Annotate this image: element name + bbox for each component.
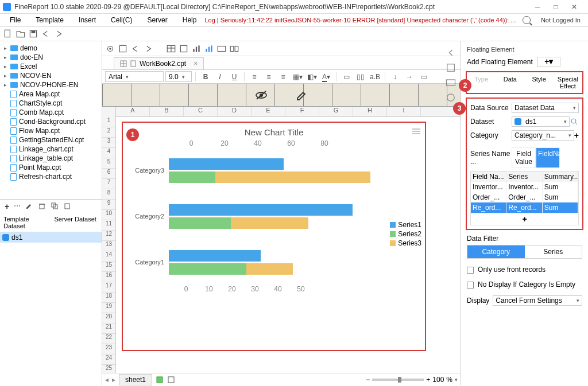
chart-element[interactable]: New Chart Title 020406080 Category3 Cate…: [122, 122, 426, 351]
next-sheet-icon[interactable]: ▸: [112, 376, 115, 384]
redo-icon[interactable]: [143, 44, 153, 54]
menu-cell[interactable]: Cell(C): [104, 15, 139, 25]
add-series-button[interactable]: +: [471, 213, 578, 225]
new-icon[interactable]: [3, 29, 13, 39]
row-header[interactable]: 13: [102, 241, 115, 251]
filter-series-tab[interactable]: Series: [525, 245, 582, 258]
login-status[interactable]: Not Logged In: [536, 17, 585, 24]
copy-dataset-icon[interactable]: [51, 202, 59, 210]
series-row[interactable]: Re_ord...Re_ord...Sum: [471, 202, 578, 213]
row-header[interactable]: 9: [102, 200, 115, 210]
tree-file[interactable]: Refresh-chart.cpt: [1, 172, 100, 181]
row-header[interactable]: 24: [102, 354, 115, 365]
series-field-value-option[interactable]: Field Value: [512, 147, 536, 168]
data-source-combo[interactable]: Dataset Data▾: [512, 103, 579, 113]
open-icon[interactable]: [16, 29, 26, 39]
freeze-icon[interactable]: [156, 376, 164, 384]
align-right-icon[interactable]: ≡: [277, 73, 289, 81]
row-header[interactable]: 22: [102, 334, 115, 344]
col-header[interactable]: H: [353, 107, 387, 116]
row-header[interactable]: 20: [102, 313, 115, 323]
tree-file[interactable]: Cond-Background.cpt: [1, 117, 100, 126]
save-icon[interactable]: [28, 29, 38, 39]
align-left-icon[interactable]: ≡: [248, 73, 261, 81]
delete-dataset-icon[interactable]: [38, 202, 46, 210]
tree-folder[interactable]: ▸NCOV-EN: [1, 71, 100, 80]
tree-folder[interactable]: ▸demo: [1, 44, 100, 53]
fill-color-icon[interactable]: ◧▾: [305, 73, 318, 81]
front-records-checkbox[interactable]: [467, 267, 474, 274]
row-header[interactable]: 3: [102, 138, 115, 148]
edit-dataset-icon[interactable]: [25, 202, 33, 210]
subreport-icon[interactable]: [179, 44, 189, 54]
col-header[interactable]: I: [387, 107, 421, 116]
merge-icon[interactable]: ▭: [340, 73, 353, 81]
menu-insert[interactable]: Insert: [72, 15, 103, 25]
font-size-combo[interactable]: 9.0▾: [165, 71, 192, 82]
prev-sheet-icon[interactable]: ◂: [105, 376, 109, 384]
italic-icon[interactable]: I: [214, 73, 226, 81]
col-header[interactable]: D: [218, 107, 252, 116]
maximize-icon[interactable]: □: [551, 3, 561, 11]
redo-icon[interactable]: [53, 29, 64, 39]
col-header[interactable]: E: [252, 107, 285, 116]
row-header[interactable]: 25: [102, 365, 115, 373]
tree-folder[interactable]: ▸NCOV-PHONE-EN: [1, 80, 100, 89]
cell-prop-icon[interactable]: [445, 77, 457, 88]
border-icon[interactable]: ▦▾: [291, 73, 304, 81]
tree-file[interactable]: Linkage_chart.cpt: [1, 145, 100, 154]
menu-template[interactable]: Template: [29, 15, 71, 25]
row-header[interactable]: 12: [102, 231, 115, 241]
row-headers[interactable]: 1234567891011121314151617181920212223242…: [102, 107, 116, 373]
row-header[interactable]: 7: [102, 179, 115, 189]
unmerge-icon[interactable]: ▯▯: [354, 73, 367, 81]
row-header[interactable]: 16: [102, 272, 115, 282]
file-tree[interactable]: ▸demo▸doc-EN▸Excel▸NCOV-EN▸NCOV-PHONE-EN…: [0, 41, 102, 199]
save-icon[interactable]: [118, 44, 128, 54]
expand-down-icon[interactable]: ↓: [389, 73, 401, 81]
tree-file[interactable]: Point Map.cpt: [1, 163, 100, 172]
zoom-in-icon[interactable]: +: [426, 376, 430, 384]
sheet-tab[interactable]: sheet1: [119, 374, 152, 385]
minimize-icon[interactable]: ─: [532, 3, 543, 11]
preview-icon[interactable]: [105, 44, 115, 54]
row-header[interactable]: 2: [102, 127, 115, 138]
category-combo[interactable]: Category_n...▾: [512, 130, 574, 141]
cond-icon[interactable]: [445, 92, 457, 103]
merge-icon[interactable]: [216, 44, 227, 54]
visibility-off-icon[interactable]: [253, 88, 270, 102]
dataset-row[interactable]: ds1: [0, 232, 102, 243]
row-header[interactable]: 14: [102, 251, 115, 262]
tree-file[interactable]: Linkage_table.cpt: [1, 154, 100, 163]
zoom-dropdown-icon[interactable]: ▾: [455, 377, 458, 383]
search-icon[interactable]: [523, 16, 531, 24]
row-header[interactable]: 4: [102, 148, 115, 158]
row-header[interactable]: 18: [102, 293, 115, 303]
col-header[interactable]: G: [319, 107, 353, 116]
series-field-name-option[interactable]: FieldName: [536, 147, 560, 168]
tree-folder[interactable]: ▸doc-EN: [1, 53, 100, 62]
series-row[interactable]: Inventor...Inventor...Sum: [471, 182, 578, 192]
column-headers[interactable]: ABCDEFGHI: [116, 107, 461, 117]
col-header[interactable]: B: [150, 107, 184, 116]
no-display-checkbox[interactable]: [467, 282, 474, 288]
col-series[interactable]: Series: [506, 171, 542, 182]
search-dataset-icon[interactable]: [570, 117, 579, 126]
tab-style[interactable]: Style: [525, 72, 554, 93]
format-icon[interactable]: a.B: [369, 73, 381, 81]
unmerge-icon[interactable]: [229, 44, 239, 54]
chart-menu-icon[interactable]: [412, 128, 420, 134]
tab-type[interactable]: Type: [467, 72, 496, 93]
row-header[interactable]: 6: [102, 169, 115, 179]
add-dataset-icon[interactable]: +: [5, 202, 9, 211]
filter-category-tab[interactable]: Category: [467, 245, 525, 258]
close-tab-icon[interactable]: ×: [194, 60, 198, 68]
row-header[interactable]: 21: [102, 323, 115, 334]
close-icon[interactable]: ✕: [569, 3, 579, 11]
row-header[interactable]: 23: [102, 344, 115, 354]
row-header[interactable]: 15: [102, 262, 115, 272]
chart-icon[interactable]: [191, 44, 202, 54]
zoom-slider[interactable]: [372, 379, 424, 381]
series-row[interactable]: Order_...Order_...Sum: [471, 192, 578, 202]
align-center-icon[interactable]: ≡: [262, 73, 275, 81]
